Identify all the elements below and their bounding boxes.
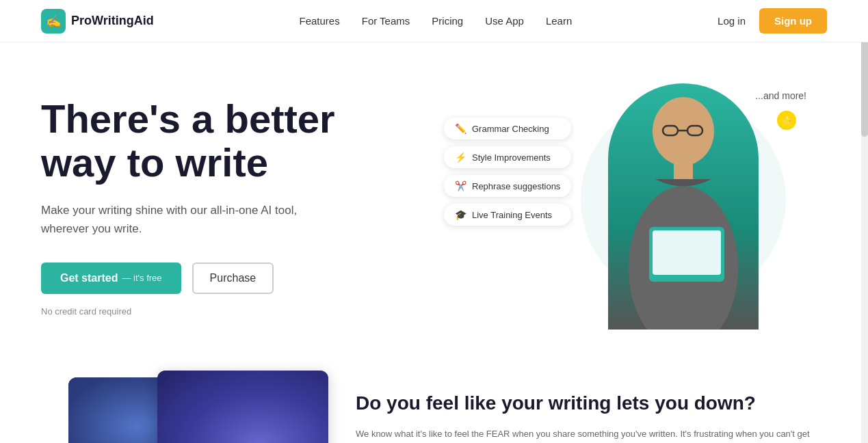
hero-headline: There's a better way to write: [41, 97, 397, 185]
nav-for-teams[interactable]: For Teams: [362, 15, 410, 27]
chip-rephrase-label: Rephrase suggestions: [472, 181, 560, 191]
grammar-icon: ✏️: [455, 123, 466, 134]
svg-rect-5: [674, 159, 693, 179]
hero-subtitle: Make your writing shine with our all-in-…: [41, 201, 328, 238]
hero-left: There's a better way to write Make your …: [41, 83, 397, 317]
second-text: We know what it's like to feel the FEAR …: [356, 427, 827, 443]
image-card-front: [157, 371, 328, 443]
nav-use-app[interactable]: Use App: [485, 15, 524, 27]
nav-learn[interactable]: Learn: [546, 15, 572, 27]
nav-features[interactable]: Features: [300, 15, 340, 27]
hero-illustration: ...and more! ⭐: [430, 83, 827, 330]
star-badge: ⭐: [777, 111, 796, 130]
logo-link[interactable]: ✍ ProWritingAid: [41, 9, 154, 33]
training-icon: 🎓: [455, 209, 466, 220]
chip-grammar-label: Grammar Checking: [472, 124, 549, 134]
navbar: ✍ ProWritingAid Features For Teams Prici…: [0, 0, 868, 42]
nav-pricing[interactable]: Pricing: [432, 15, 463, 27]
svg-rect-7: [653, 230, 721, 275]
nav-links: Features For Teams Pricing Use App Learn: [300, 15, 573, 27]
hero-section: There's a better way to write Make your …: [0, 42, 868, 357]
second-right: Do you feel like your writing lets you d…: [356, 371, 827, 443]
second-headline: Do you feel like your writing lets you d…: [356, 391, 827, 416]
style-icon: ⚡: [455, 152, 466, 163]
login-link[interactable]: Log in: [718, 15, 746, 27]
no-credit-text: No credit card required: [41, 306, 397, 317]
get-started-button[interactable]: Get started — it's free: [41, 263, 181, 294]
chip-grammar: ✏️ Grammar Checking: [444, 118, 571, 139]
feature-chips: ✏️ Grammar Checking ⚡ Style Improvements…: [444, 118, 571, 226]
signup-button[interactable]: Sign up: [759, 8, 827, 33]
image-stack: My idea in my head: [41, 371, 315, 443]
chip-style-label: Style Improvements: [472, 152, 551, 163]
logo-text: ProWritingAid: [71, 14, 154, 28]
swirl-bg-front: [157, 371, 328, 443]
chip-training: 🎓 Live Training Events: [444, 204, 571, 226]
purchase-button[interactable]: Purchase: [192, 263, 274, 294]
second-section: My idea in my head Do you feel like your…: [0, 357, 868, 443]
person-figure: [608, 83, 759, 330]
hero-right: ...and more! ⭐: [430, 83, 827, 330]
get-started-label: Get started: [60, 272, 118, 284]
hero-cta: Get started — it's free Purchase: [41, 263, 397, 294]
logo-icon: ✍: [41, 9, 66, 33]
and-more-label: ...and more!: [755, 90, 806, 101]
free-label: — it's free: [122, 273, 161, 283]
chip-style: ⚡ Style Improvements: [444, 146, 571, 168]
scrollbar[interactable]: [861, 0, 868, 443]
person-svg: [608, 83, 759, 330]
chip-rephrase: ✂️ Rephrase suggestions: [444, 175, 571, 197]
rephrase-icon: ✂️: [455, 180, 466, 191]
chip-training-label: Live Training Events: [472, 210, 552, 220]
nav-right: Log in Sign up: [718, 8, 827, 33]
